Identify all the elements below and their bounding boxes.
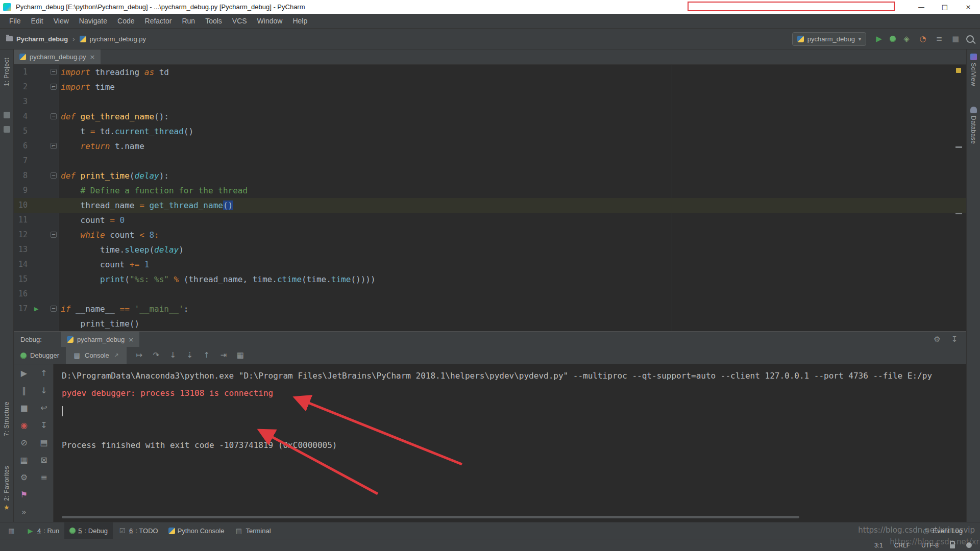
code-line[interactable]: 13 time.sleep(delay) (14, 242, 966, 257)
run-configuration-select[interactable]: pycharm_debug ▾ (792, 32, 866, 46)
editor-tab[interactable]: pycharm_debug.py × (14, 49, 101, 64)
fold-icon[interactable]: − (51, 113, 57, 119)
restore-layout-icon[interactable]: ▦ (18, 454, 30, 466)
tool-strip-structure[interactable]: 7: Structure (3, 402, 10, 436)
tool-strip-project[interactable]: 1: Project (3, 58, 10, 86)
code-line[interactable]: 16 (14, 287, 966, 302)
tool-button-run[interactable]: ▶4: Run (21, 522, 64, 539)
breadcrumb-project[interactable]: Pycharm_debug (16, 35, 68, 43)
close-icon[interactable]: × (128, 336, 134, 343)
error-stripe-mark[interactable] (955, 146, 962, 148)
error-stripe-mark[interactable] (955, 213, 962, 214)
close-button[interactable]: × (957, 0, 980, 14)
debug-console[interactable]: D:\ProgramData\Anaconda3\python.exe "D:\… (54, 364, 966, 522)
resume-icon[interactable]: ▶ (18, 367, 30, 380)
tool-button-debug[interactable]: 5: Debug (64, 522, 113, 539)
fold-icon[interactable]: − (51, 306, 57, 312)
view-breakpoints-icon[interactable]: ◉ (18, 419, 30, 432)
step-into-icon[interactable]: ↓ (167, 350, 179, 361)
coverage-icon[interactable]: ◈ (901, 33, 912, 44)
menu-item-help[interactable]: Help (287, 17, 312, 25)
stop-icon[interactable]: ■ (18, 402, 30, 414)
step-out-icon[interactable]: ↑ (201, 350, 212, 361)
evaluate-expression-icon[interactable]: ▦ (235, 350, 246, 361)
code-line[interactable]: print_time() (14, 316, 966, 331)
settings-gear-icon[interactable]: ⚙ (932, 334, 943, 345)
stop-icon[interactable]: ■ (950, 33, 961, 44)
run-line-icon[interactable]: ▶ (34, 302, 38, 316)
tool-button-terminal[interactable]: ▤Terminal (229, 522, 276, 539)
favorites-star-icon[interactable]: ★ (4, 504, 10, 511)
run-icon[interactable]: ▶ (873, 33, 885, 44)
menu-item-edit[interactable]: Edit (26, 17, 48, 25)
code-line[interactable]: 2⌐import time (14, 80, 966, 94)
left-strip-icon[interactable] (4, 112, 10, 118)
mute-breakpoints-icon[interactable]: ⊘ (18, 437, 30, 449)
sciview-icon[interactable] (970, 54, 977, 60)
caret-position[interactable]: 3:1 (874, 542, 883, 549)
editor[interactable]: 1−import threading as td2⌐import time34−… (14, 65, 966, 331)
menu-item-refactor[interactable]: Refactor (140, 17, 177, 25)
debug-tab-debugger[interactable]: Debugger (14, 347, 66, 364)
code-line[interactable]: 4−def get_thread_name(): (14, 109, 966, 124)
debug-tab-console[interactable]: ▤Console↗ (66, 347, 127, 364)
code-line[interactable]: 8−def print_time(delay): (14, 168, 966, 183)
pause-icon[interactable]: ‖ (18, 385, 30, 397)
code-line[interactable]: 15 print("%s: %s" % (thread_name, time.c… (14, 272, 966, 287)
tool-strip-sciview[interactable]: SciView (970, 63, 977, 86)
hide-panel-icon[interactable]: ↧ (949, 334, 960, 345)
menu-item-vcs[interactable]: VCS (227, 17, 252, 25)
clear-all-icon[interactable]: ⊠ (38, 454, 50, 466)
pin-icon[interactable]: ⚑ (18, 489, 30, 501)
down-stack-icon[interactable]: ↓ (38, 385, 50, 397)
console-history-icon[interactable]: ≡ (38, 471, 50, 484)
maximize-button[interactable]: □ (933, 0, 957, 14)
left-strip-icon[interactable] (4, 126, 10, 133)
menu-item-view[interactable]: View (48, 17, 74, 25)
code-line[interactable]: 14 count += 1 (14, 257, 966, 272)
step-into-my-code-icon[interactable]: ⇣ (184, 350, 195, 361)
fold-icon[interactable]: − (51, 232, 57, 238)
soft-wrap-icon[interactable]: ↩ (38, 402, 50, 414)
horizontal-scrollbar[interactable] (62, 516, 799, 518)
console-output-arrow-icon[interactable]: ↗ (113, 352, 120, 359)
menu-item-tools[interactable]: Tools (200, 17, 227, 25)
print-icon[interactable]: ▤ (38, 437, 50, 449)
run-with-console-icon[interactable]: ≡ (934, 33, 945, 44)
code-line[interactable]: 3 (14, 94, 966, 109)
scroll-to-end-icon[interactable]: ↧ (38, 419, 50, 432)
code-line[interactable]: 7 (14, 154, 966, 168)
run-to-cursor-icon[interactable]: ⇥ (218, 350, 229, 361)
menu-item-run[interactable]: Run (177, 17, 200, 25)
menu-item-navigate[interactable]: Navigate (74, 17, 112, 25)
show-execution-point-icon[interactable]: ↦ (134, 350, 145, 361)
minimize-button[interactable]: — (910, 0, 933, 14)
debug-session-tab[interactable]: pycharm_debug × (61, 332, 139, 347)
code-line[interactable]: 11 count = 0 (14, 213, 966, 228)
fold-icon[interactable]: − (51, 69, 57, 75)
tool-button-todo[interactable]: ☑6: TODO (113, 522, 163, 539)
code-line[interactable]: 17▶−if __name__ == '__main__': (14, 302, 966, 316)
fold-icon[interactable]: ⌐ (51, 84, 57, 90)
breadcrumb-file[interactable]: pycharm_debug.py (90, 35, 146, 43)
step-over-icon[interactable]: ↷ (151, 350, 162, 361)
code-line[interactable]: 1−import threading as td (14, 65, 966, 80)
code-line[interactable]: 10 thread_name = get_thread_name() (14, 198, 966, 213)
menu-item-file[interactable]: File (4, 17, 26, 25)
code-line[interactable]: 9 # Define a function for the thread (14, 183, 966, 198)
search-everywhere-icon[interactable] (966, 35, 974, 43)
profiler-icon[interactable]: ◔ (917, 33, 928, 44)
menu-item-window[interactable]: Window (252, 17, 288, 25)
database-icon[interactable] (970, 107, 977, 113)
debug-icon[interactable] (890, 36, 896, 42)
code-line[interactable]: 5 t = td.current_thread() (14, 124, 966, 139)
tool-button-tool-windows[interactable]: ▦ (2, 522, 21, 539)
fold-icon[interactable]: ⌐ (51, 143, 57, 149)
code-line[interactable]: 12− while count < 8: (14, 228, 966, 242)
settings-icon[interactable]: ⚙ (18, 471, 30, 484)
more-icon[interactable]: » (18, 506, 30, 518)
tool-button-python-console[interactable]: Python Console (163, 522, 230, 539)
inspection-status-icon[interactable] (956, 68, 961, 73)
tool-strip-database[interactable]: Database (970, 116, 977, 144)
up-stack-icon[interactable]: ↑ (38, 367, 50, 380)
